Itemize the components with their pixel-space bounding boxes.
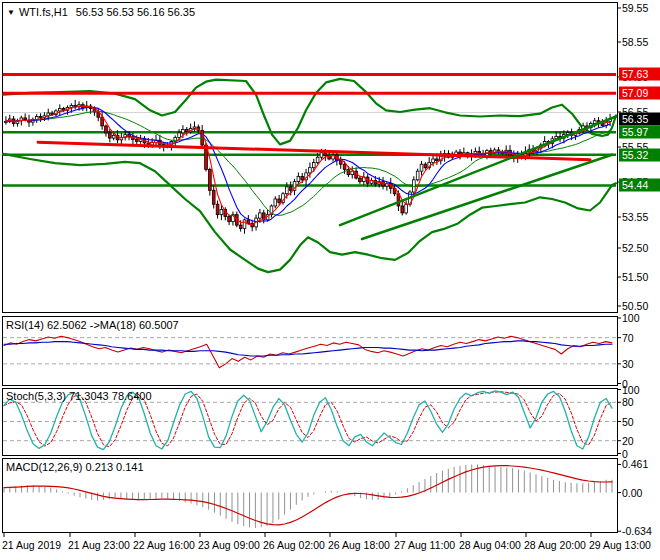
macd-axis-label: -0.634 xyxy=(622,525,652,537)
candlestick-series xyxy=(5,100,612,234)
price-badge-black: 56.35 xyxy=(619,113,660,126)
chart-canvas[interactable] xyxy=(0,0,660,560)
stoch-axis-label: 50 xyxy=(622,416,634,428)
time-axis-label: 28 Aug 04:00 xyxy=(459,539,521,551)
stoch-indicator-label: Stoch(5,3,3) 71.3043 78.6400 xyxy=(6,390,152,402)
symbol-dropdown-icon: ▼ xyxy=(7,8,15,17)
chart-title: ▼WTI.fs,H156.53 56.53 56.16 56.35 xyxy=(7,6,195,18)
macd-indicator-label: MACD(12,26,9) 0.213 0.141 xyxy=(6,461,144,473)
time-axis-label: 21 Aug 23:00 xyxy=(68,539,130,551)
time-axis-label: 29 Aug 13:00 xyxy=(589,539,651,551)
price-badge-red: 57.09 xyxy=(619,87,660,100)
price-axis-label: 59.55 xyxy=(622,2,648,14)
price-axis-label: 52.50 xyxy=(622,242,648,254)
rsi-panel-chart xyxy=(3,336,616,368)
time-axis-label: 27 Aug 11:00 xyxy=(394,539,455,551)
price-axis-label: 58.55 xyxy=(622,36,648,48)
time-axis-label: 22 Aug 16:00 xyxy=(133,539,195,551)
price-badge-green: 54.44 xyxy=(619,179,660,192)
price-badge-green: 55.32 xyxy=(619,149,660,162)
price-axis-label: 50.50 xyxy=(622,300,648,312)
macd-histogram xyxy=(4,464,612,527)
rsi-axis-label: 30 xyxy=(622,358,634,370)
rsi-axis-label: 100 xyxy=(622,312,640,324)
time-axis-label: 28 Aug 20:00 xyxy=(524,539,586,551)
time-axis-label: 26 Aug 02:00 xyxy=(263,539,325,551)
rsi-axis-label: 70 xyxy=(622,332,634,344)
stoch-axis-label: 20 xyxy=(622,435,634,447)
price-badge-green: 55.97 xyxy=(619,126,660,139)
macd-axis-label: 0.00 xyxy=(622,487,642,499)
time-axis-label: 23 Aug 09:00 xyxy=(198,539,260,551)
price-axis-label: 51.50 xyxy=(622,271,648,283)
macd-axis-label: 0.461 xyxy=(622,458,648,470)
price-axis-label: 53.55 xyxy=(622,211,648,223)
macd-panel-chart xyxy=(4,464,612,527)
ohlc-values: 56.53 56.53 56.16 56.35 xyxy=(76,6,195,18)
stoch-axis-label: 100 xyxy=(622,384,640,396)
time-axis-label: 21 Aug 2019 xyxy=(2,539,61,551)
symbol-period-label: WTI.fs,H1 xyxy=(19,6,68,18)
main-price-chart xyxy=(3,74,616,272)
price-badge-red: 57.63 xyxy=(619,68,660,81)
trading-chart-window: ▼WTI.fs,H156.53 56.53 56.16 56.35 RSI(14… xyxy=(0,0,660,560)
rsi-indicator-label: RSI(14) 62.5062 ->MA(18) 60.5007 xyxy=(6,319,179,331)
stoch-axis-label: 80 xyxy=(622,396,634,408)
time-axis-label: 26 Aug 18:00 xyxy=(328,539,390,551)
